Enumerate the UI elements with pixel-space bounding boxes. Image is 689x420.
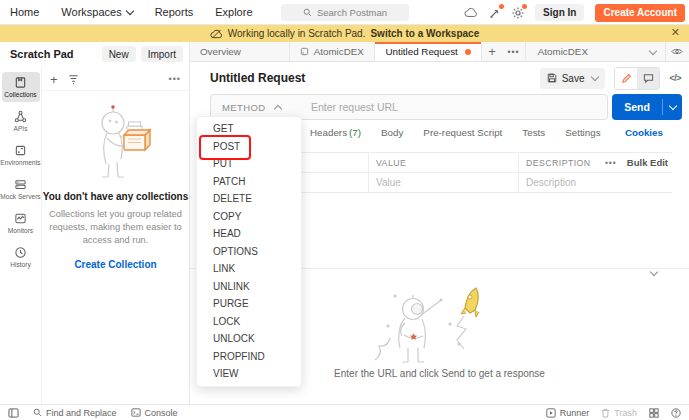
eye-icon	[671, 47, 683, 56]
create-account-button[interactable]: Create Account	[595, 4, 685, 22]
offline-cloud-button[interactable]	[464, 7, 478, 18]
tab-body[interactable]: Body	[381, 127, 403, 138]
tab-settings[interactable]: Settings	[565, 127, 600, 138]
panel-toggle-icon	[8, 408, 19, 418]
method-option-lock[interactable]: LOCK	[197, 313, 301, 331]
grid-icon	[649, 408, 659, 418]
runner-button[interactable]: Runner	[546, 408, 590, 418]
send-options-button[interactable]	[663, 105, 682, 109]
tab-prerequest-script[interactable]: Pre-request Script	[423, 127, 502, 138]
sidebar-toggle-button[interactable]	[8, 408, 19, 418]
rail-label: Environments	[0, 159, 40, 166]
empty-collections-illustration	[73, 103, 159, 183]
column-description: DESCRIPTION	[526, 158, 591, 168]
save-label: Save	[562, 73, 585, 84]
code-snippet-button[interactable]: </>	[669, 73, 681, 83]
search-input[interactable]: Search Postman	[281, 4, 409, 21]
trash-button[interactable]: Trash	[601, 408, 637, 418]
main-area: Overview AtomicDEX Untitled Request + ••…	[190, 42, 689, 404]
console-button[interactable]: Console	[131, 408, 178, 418]
notification-badge	[499, 4, 504, 9]
bulk-edit-button[interactable]: Bulk Edit	[627, 157, 668, 168]
method-option-unlock[interactable]: UNLOCK	[197, 330, 301, 348]
rail-label: APIs	[14, 125, 28, 132]
menu-explore[interactable]: Explore	[215, 6, 252, 18]
cookies-link[interactable]: Cookies	[625, 122, 663, 142]
search-placeholder: Search Postman	[317, 7, 387, 18]
edit-comment-toggle	[614, 67, 660, 90]
offline-cloud-icon	[210, 29, 223, 39]
sidebar-item-environments[interactable]: Environments	[2, 140, 40, 170]
send-button[interactable]: Send	[612, 94, 682, 120]
settings-button[interactable]	[512, 7, 524, 19]
help-button[interactable]	[671, 408, 681, 418]
column-divider	[518, 152, 519, 193]
tab-atomicdex[interactable]: AtomicDEX	[290, 42, 376, 61]
switch-workspace-link[interactable]: Switch to a Workspace	[370, 28, 479, 39]
tab-untitled-request[interactable]: Untitled Request	[375, 42, 481, 61]
banner-message: Working locally in Scratch Pad.	[228, 28, 366, 39]
environment-quick-look-button[interactable]	[665, 42, 689, 61]
url-input[interactable]	[303, 95, 607, 119]
collections-more-button[interactable]: •••	[169, 74, 181, 84]
workspace-title: Scratch Pad	[10, 48, 97, 60]
collections-toolbar: + •••	[42, 68, 189, 91]
new-button[interactable]: New	[102, 46, 136, 62]
empty-response-illustration	[355, 282, 525, 368]
menu-reports[interactable]: Reports	[155, 6, 194, 18]
tab-label: AtomicDEX	[314, 46, 364, 57]
panels-button[interactable]	[649, 408, 659, 418]
runner-label: Runner	[560, 408, 590, 418]
method-option-post[interactable]: POST	[197, 138, 301, 156]
params-more-button[interactable]: •••	[605, 158, 617, 168]
create-collection-link[interactable]: Create Collection	[42, 259, 189, 270]
method-option-copy[interactable]: COPY	[197, 208, 301, 226]
tab-overview[interactable]: Overview	[190, 42, 290, 61]
request-header: Untitled Request Save </>	[190, 62, 689, 94]
banner-close-button[interactable]: ✕	[671, 26, 680, 39]
menu-home[interactable]: Home	[10, 6, 39, 18]
sidebar-item-apis[interactable]: APIs	[2, 106, 40, 136]
save-button[interactable]: Save	[540, 68, 606, 89]
edit-mode-button[interactable]	[615, 68, 637, 89]
sign-in-button[interactable]: Sign In	[535, 4, 584, 21]
method-option-delete[interactable]: DELETE	[197, 190, 301, 208]
method-option-head[interactable]: HEAD	[197, 225, 301, 243]
find-and-replace-button[interactable]: Find and Replace	[33, 408, 117, 418]
response-collapse-icon[interactable]	[650, 268, 658, 276]
search-icon	[303, 8, 312, 17]
method-option-view[interactable]: VIEW	[197, 365, 301, 383]
filter-icon[interactable]	[68, 74, 79, 85]
empty-collections-title: You don't have any collections	[42, 191, 189, 202]
menu-workspaces[interactable]: Workspaces	[61, 6, 132, 18]
add-collection-button[interactable]: +	[50, 73, 58, 86]
monitors-icon	[14, 212, 27, 225]
method-option-propfind[interactable]: PROPFIND	[197, 348, 301, 366]
method-option-purge[interactable]: PURGE	[197, 295, 301, 313]
collections-panel: + •••	[42, 68, 189, 404]
capture-requests-button[interactable]	[489, 7, 501, 19]
comment-mode-button[interactable]	[637, 68, 659, 89]
method-option-options[interactable]: OPTIONS	[197, 243, 301, 261]
method-option-link[interactable]: LINK	[197, 260, 301, 278]
send-label: Send	[612, 101, 662, 113]
rail-label: Mock Servers	[0, 193, 40, 200]
tab-options-button[interactable]: •••	[502, 42, 525, 61]
description-placeholder[interactable]: Description	[526, 177, 576, 188]
value-placeholder[interactable]: Value	[376, 177, 401, 188]
method-option-get[interactable]: GET	[197, 120, 301, 138]
new-tab-button[interactable]: +	[482, 42, 503, 61]
sidebar-item-collections[interactable]: Collections	[2, 72, 40, 102]
menu-workspaces-label: Workspaces	[61, 6, 121, 18]
method-option-patch[interactable]: PATCH	[197, 173, 301, 191]
sidebar-item-mock-servers[interactable]: Mock Servers	[2, 174, 40, 204]
method-option-put[interactable]: PUT	[197, 155, 301, 173]
apis-icon	[14, 110, 27, 123]
environment-selector[interactable]: AtomicDEX	[525, 42, 665, 61]
tab-headers[interactable]: Headers(7)	[310, 127, 361, 138]
import-button[interactable]: Import	[141, 46, 183, 62]
method-option-unlink[interactable]: UNLINK	[197, 278, 301, 296]
sidebar-item-monitors[interactable]: Monitors	[2, 208, 40, 238]
tab-tests[interactable]: Tests	[522, 127, 545, 138]
sidebar-item-history[interactable]: History	[2, 242, 40, 272]
